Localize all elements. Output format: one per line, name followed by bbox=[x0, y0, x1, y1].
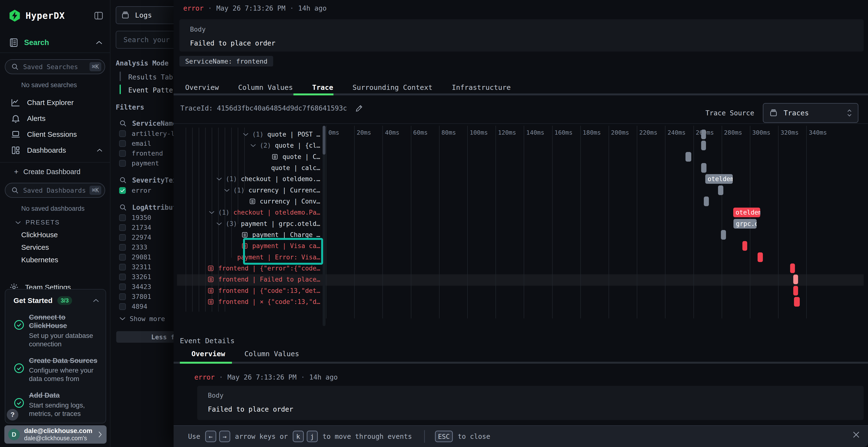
sidebar-item-chart-explorer[interactable]: Chart Explorer bbox=[0, 95, 110, 110]
timeline-gridline bbox=[637, 126, 637, 318]
tree-scrollbar-track[interactable] bbox=[322, 126, 326, 326]
trace-source-select[interactable]: Traces bbox=[763, 103, 858, 123]
get-started-item-desc: Set up your database connection bbox=[29, 332, 101, 348]
preset-item-services[interactable]: Services bbox=[0, 241, 110, 253]
checkbox[interactable] bbox=[119, 294, 126, 300]
sidebar-item-label: Client Sessions bbox=[27, 130, 77, 138]
tab-overview[interactable]: Overview bbox=[176, 83, 228, 92]
chevron-down-icon[interactable] bbox=[216, 177, 222, 181]
create-dashboard-button[interactable]: + Create Dashboard bbox=[14, 166, 110, 177]
body-card: Body Failed to place order bbox=[197, 386, 864, 420]
checkbox[interactable] bbox=[119, 264, 126, 271]
span-duration-bar[interactable] bbox=[701, 141, 706, 150]
span-duration-bar[interactable] bbox=[718, 185, 723, 195]
timeline-gridline bbox=[778, 126, 779, 318]
trace-span-row[interactable]: quote | C… bbox=[178, 151, 322, 162]
saved-searches-input[interactable]: Saved Searches ⌘K bbox=[5, 59, 105, 74]
preset-item-kubernetes[interactable]: Kubernetes bbox=[0, 253, 110, 266]
get-started-item-text: Create Data SourcesConfigure where your … bbox=[29, 356, 101, 383]
event-details-tab-column-values[interactable]: Column Values bbox=[235, 350, 309, 358]
trace-span-row[interactable]: (1)quote | POST … bbox=[178, 129, 322, 140]
help-button[interactable]: ? bbox=[7, 409, 18, 420]
sidebar-section-search[interactable]: Search bbox=[9, 38, 103, 48]
span-duration-bar[interactable]: oteldem bbox=[705, 174, 733, 184]
span-duration-bar[interactable] bbox=[701, 163, 707, 173]
severity-badge: error bbox=[194, 373, 215, 381]
span-duration-bar[interactable] bbox=[704, 197, 709, 206]
span-duration-bar[interactable] bbox=[742, 241, 747, 251]
checkbox[interactable] bbox=[119, 150, 126, 157]
get-started-item[interactable]: Add DataStart sending logs, metrics, or … bbox=[13, 391, 99, 418]
span-duration-bar[interactable] bbox=[793, 275, 798, 284]
sidebar-item-label: Alerts bbox=[27, 114, 45, 123]
span-duration-bar[interactable]: grpc.o bbox=[734, 219, 756, 229]
get-started-item[interactable]: Connect to ClickHouseSet up your databas… bbox=[13, 313, 99, 348]
trace-span-row[interactable]: frontend | Failed to place… bbox=[178, 274, 322, 285]
filter-group-name: ServiceName bbox=[132, 119, 177, 128]
service-name-chip[interactable]: ServiceName: frontend bbox=[179, 56, 273, 66]
trace-span-row[interactable]: (2)quote | {cl… bbox=[178, 140, 322, 151]
filter-option-label: 34423 bbox=[132, 283, 151, 290]
sidebar-collapse-icon[interactable] bbox=[94, 10, 104, 21]
checkbox[interactable] bbox=[119, 140, 126, 147]
presets-toggle[interactable]: PRESETS bbox=[15, 219, 110, 226]
chevron-down-icon[interactable] bbox=[243, 132, 249, 137]
checkbox[interactable] bbox=[119, 244, 126, 251]
sidebar-item-alerts[interactable]: Alerts bbox=[0, 110, 110, 127]
span-duration-bar[interactable] bbox=[793, 286, 798, 296]
trace-span-row[interactable]: frontend | {"code":13,"det… bbox=[178, 285, 322, 296]
event-details-tab-overview[interactable]: Overview bbox=[182, 350, 235, 358]
checkbox[interactable] bbox=[119, 130, 126, 137]
edit-pencil-icon[interactable] bbox=[355, 104, 363, 112]
span-duration-bar[interactable] bbox=[721, 230, 726, 240]
span-duration-bar[interactable]: oteldem bbox=[733, 208, 760, 217]
tab-trace[interactable]: Trace bbox=[303, 83, 343, 92]
timeline-gridline bbox=[326, 126, 327, 318]
chevron-down-icon[interactable] bbox=[209, 210, 215, 215]
checkbox[interactable] bbox=[119, 303, 126, 310]
checkbox[interactable] bbox=[119, 234, 126, 241]
presets-label: PRESETS bbox=[26, 219, 60, 226]
trace-span-row[interactable]: (3)payment | grpc.oteld… bbox=[178, 218, 322, 229]
sidebar-item-client-sessions[interactable]: Client Sessions bbox=[0, 127, 110, 142]
brand-row: HyperDX bbox=[0, 0, 110, 22]
trace-span-row[interactable]: frontend | × {"code":13,"d… bbox=[178, 296, 322, 307]
checkbox-checked[interactable] bbox=[119, 187, 126, 194]
checkbox[interactable] bbox=[119, 214, 126, 221]
trace-span-row[interactable]: (1)checkout | oteldemo.Pa… bbox=[178, 207, 322, 218]
chevron-down-icon[interactable] bbox=[250, 143, 256, 148]
span-bar-label: grpc.o bbox=[734, 220, 756, 227]
checkbox[interactable] bbox=[119, 274, 126, 280]
trace-span-row[interactable]: currency | Conv… bbox=[178, 196, 322, 207]
user-name: dale@clickhouse.com bbox=[24, 427, 92, 435]
span-duration-bar[interactable] bbox=[790, 264, 795, 273]
user-menu[interactable]: D dale@clickhouse.com dale@clickhouse.co… bbox=[4, 425, 106, 444]
saved-dashboards-input[interactable]: Saved Dashboards ⌘K bbox=[5, 183, 105, 198]
chevron-right-icon bbox=[97, 431, 103, 438]
trace-span-row[interactable]: (1)currency | Currenc… bbox=[178, 185, 322, 196]
preset-item-clickhouse[interactable]: ClickHouse bbox=[0, 229, 110, 241]
checkbox[interactable] bbox=[119, 254, 126, 261]
checkbox[interactable] bbox=[119, 160, 126, 167]
span-duration-bar[interactable] bbox=[685, 152, 691, 162]
span-duration-bar[interactable] bbox=[701, 130, 706, 139]
chevron-up-icon[interactable] bbox=[93, 299, 99, 303]
checkbox[interactable] bbox=[119, 224, 126, 231]
get-started-item[interactable]: Create Data SourcesConfigure where your … bbox=[13, 356, 99, 383]
trace-span-row[interactable]: quote | calc… bbox=[178, 162, 322, 173]
tab-column-values[interactable]: Column Values bbox=[228, 83, 303, 92]
tab-infrastructure[interactable]: Infrastructure bbox=[442, 83, 520, 92]
event-search-placeholder: Search your e bbox=[123, 36, 178, 44]
tab-surrounding-context[interactable]: Surrounding Context bbox=[343, 83, 442, 92]
tree-scrollbar-thumb[interactable] bbox=[322, 126, 326, 154]
checkbox[interactable] bbox=[119, 283, 126, 290]
span-label: currency | Currenc… bbox=[249, 187, 320, 194]
chevron-down-icon[interactable] bbox=[216, 221, 222, 226]
trace-span-row[interactable]: (1)checkout | oteldemo.… bbox=[178, 173, 322, 184]
span-duration-bar[interactable] bbox=[757, 252, 763, 262]
sidebar-item-dashboards[interactable]: Dashboards bbox=[0, 142, 110, 158]
span-duration-bar[interactable] bbox=[794, 297, 800, 307]
chevron-down-icon[interactable] bbox=[224, 188, 230, 193]
close-icon[interactable] bbox=[852, 431, 860, 439]
timeline-gridline bbox=[665, 126, 665, 318]
